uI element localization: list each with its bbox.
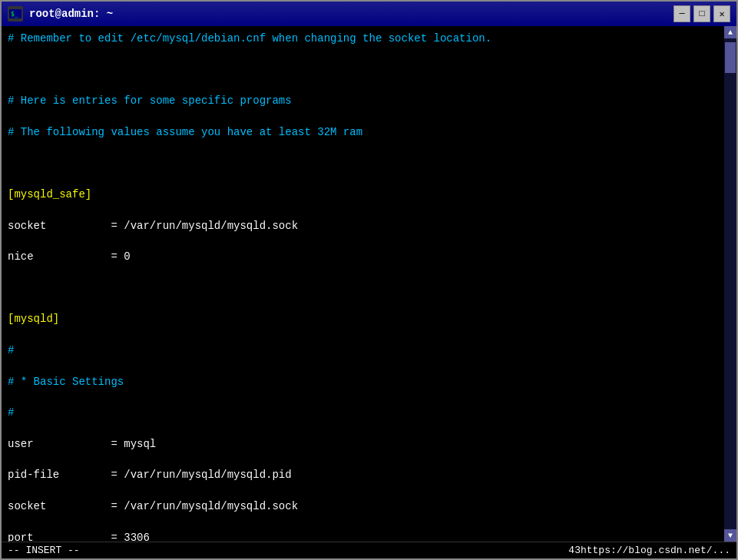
scrollbar[interactable]: ▲ ▼ [724,26,736,542]
scrollbar-track[interactable] [724,38,736,529]
insert-mode-indicator: -- INSERT -- [8,545,80,556]
line-11: # [8,343,718,358]
line-16: socket = /var/run/mysqld/mysqld.sock [8,499,718,514]
line-15: pid-file = /var/run/mysqld/mysqld.pid [8,467,718,482]
svg-text:$_: $_ [11,11,18,18]
maximize-button[interactable]: □ [693,5,710,22]
scroll-down-button[interactable]: ▼ [724,529,736,542]
status-bar: -- INSERT -- 43https://blog.csdn.net/... [2,542,736,558]
line-7: socket = /var/run/mysqld/mysqld.sock [8,218,718,234]
line-4: # The following values assume you have a… [8,124,718,140]
line-2 [8,62,718,78]
line-6: [mysqld_safe] [8,187,718,202]
line-13: # [8,405,718,420]
line-8: nice = 0 [8,249,718,264]
terminal-output: # Remember to edit /etc/mysql/debian.cnf… [8,31,718,542]
terminal-content[interactable]: # Remember to edit /etc/mysql/debian.cnf… [2,26,724,542]
title-bar: $_ root@admin: ~ ─ □ ✕ [2,2,736,26]
minimize-button[interactable]: ─ [673,5,690,22]
line-12: # * Basic Settings [8,374,718,389]
title-bar-left: $_ root@admin: ~ [8,6,113,22]
line-10: [mysqld] [8,311,718,326]
line-14: user = mysql [8,436,718,452]
window-title: root@admin: ~ [29,8,113,20]
terminal-window: $_ root@admin: ~ ─ □ ✕ # Remember to edi… [0,0,738,560]
terminal-icon: $_ [8,6,23,22]
line-17: port = 3306 [8,530,718,542]
scrollbar-thumb[interactable] [725,42,736,73]
line-5 [8,155,718,171]
close-button[interactable]: ✕ [713,5,730,22]
line-9 [8,280,718,296]
scroll-up-button[interactable]: ▲ [724,26,736,38]
terminal-body[interactable]: # Remember to edit /etc/mysql/debian.cnf… [2,26,736,542]
line-1: # Remember to edit /etc/mysql/debian.cnf… [8,31,718,46]
title-buttons: ─ □ ✕ [673,5,730,22]
status-info: 43https://blog.csdn.net/... [568,545,730,556]
line-3: # Here is entries for some specific prog… [8,93,718,108]
